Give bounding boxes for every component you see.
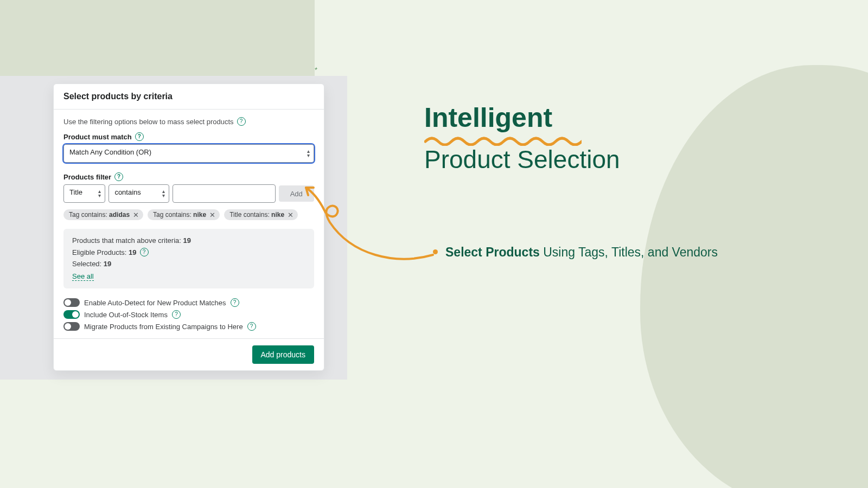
filter-operator-select[interactable]: contains ▴▾	[108, 184, 169, 203]
filter-label: Products filter	[63, 173, 111, 181]
helper-text: Use the filtering options below to mass …	[63, 118, 234, 126]
card-title: Select products by criteria	[54, 84, 324, 110]
hero-line1: Intelligent	[424, 103, 728, 133]
add-products-button[interactable]: Add products	[252, 345, 315, 364]
toggle-label: Enable Auto-Detect for New Product Match…	[84, 299, 226, 307]
match-condition-select[interactable]: Match Any Condition (OR) ▴▾	[63, 144, 314, 163]
close-icon[interactable]: ✕	[133, 211, 139, 219]
bullet-strong: Select Products	[445, 245, 540, 259]
match-label: Product must match	[63, 133, 132, 141]
help-icon[interactable]: ?	[135, 132, 144, 141]
tag-text: Tag contains: nike	[153, 211, 206, 219]
filter-tag: Tag contains: adidas✕	[63, 209, 143, 220]
tag-text: Title contains: nike	[229, 211, 284, 219]
decorative-blob-top-left	[0, 0, 315, 87]
underline-squiggle-icon	[424, 135, 582, 146]
help-icon[interactable]: ?	[247, 322, 256, 331]
add-filter-button[interactable]: Add	[279, 185, 314, 202]
bullet-rest: Using Tags, Titles, and Vendors	[540, 245, 718, 259]
toggle-switch[interactable]	[63, 322, 80, 331]
hero-heading: Intelligent Product Selection	[424, 103, 728, 174]
hero-line2: Product Selection	[424, 146, 728, 174]
toggle-row: Enable Auto-Detect for New Product Match…	[63, 298, 314, 307]
help-icon[interactable]: ?	[231, 298, 239, 307]
summary-match-label: Products that match above criteria:	[72, 236, 183, 245]
toggle-switch[interactable]	[63, 310, 80, 319]
toggle-row: Include Out-of-Stock Items?	[63, 310, 314, 319]
help-icon[interactable]: ?	[172, 310, 181, 319]
tag-text: Tag contains: adidas	[69, 211, 130, 219]
bullet-dot-icon	[433, 249, 438, 254]
toggle-switch[interactable]	[63, 298, 80, 307]
toggle-row: Migrate Products from Existing Campaigns…	[63, 322, 314, 331]
summary-selected-count: 19	[104, 260, 111, 268]
watermark: ✦	[314, 66, 318, 72]
close-icon[interactable]: ✕	[209, 211, 215, 219]
filter-tag: Title contains: nike✕	[224, 209, 298, 220]
filter-value-input[interactable]	[173, 184, 276, 203]
see-all-link[interactable]: See all	[72, 272, 94, 281]
summary-eligible-count: 19	[129, 248, 136, 256]
summary-eligible-label: Eligible Products:	[72, 248, 129, 256]
help-icon[interactable]: ?	[237, 117, 246, 126]
summary-match-count: 19	[183, 236, 190, 245]
filter-field-select[interactable]: Title ▴▾	[63, 184, 105, 203]
filter-tag: Tag contains: nike✕	[148, 209, 220, 220]
summary-selected-label: Selected:	[72, 260, 104, 268]
help-icon[interactable]: ?	[140, 248, 149, 256]
close-icon[interactable]: ✕	[288, 211, 293, 219]
match-summary: Products that match above criteria: 19 E…	[63, 229, 314, 288]
toggle-label: Include Out-of-Stock Items	[84, 311, 168, 319]
feature-bullet: Select Products Using Tags, Titles, and …	[433, 243, 720, 262]
active-filter-tags: Tag contains: adidas✕Tag contains: nike✕…	[63, 209, 314, 220]
toggle-label: Migrate Products from Existing Campaigns…	[84, 323, 243, 331]
toggle-list: Enable Auto-Detect for New Product Match…	[63, 298, 314, 331]
select-products-card: Select products by criteria Use the filt…	[53, 84, 324, 371]
help-icon[interactable]: ?	[114, 172, 123, 181]
